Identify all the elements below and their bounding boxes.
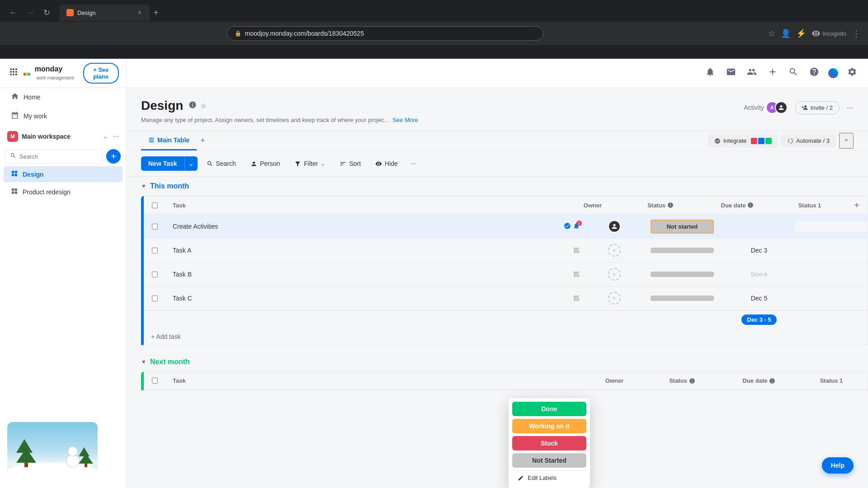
color-palette-icon[interactable] xyxy=(828,68,838,78)
board-icon-2 xyxy=(11,188,18,196)
owner-add-icon-2[interactable] xyxy=(608,244,621,257)
toolbar-more-btn[interactable]: ··· xyxy=(407,157,420,170)
status-badge-4[interactable] xyxy=(651,296,714,301)
owner-avatar-1[interactable] xyxy=(608,220,621,233)
row-status1-3 xyxy=(795,269,868,280)
timeline-badge[interactable]: Dec 3 - 5 xyxy=(741,314,776,325)
page-more-btn[interactable]: ··· xyxy=(847,103,854,113)
row-task-name-2[interactable]: Task A xyxy=(173,247,569,254)
tab-main-table[interactable]: Main Table xyxy=(141,131,197,150)
row-status-4[interactable] xyxy=(642,292,723,305)
status-option-working[interactable]: Working on it xyxy=(512,419,586,433)
favorites-icon[interactable]: ☆ xyxy=(768,28,775,38)
integrate-button[interactable]: Integrate xyxy=(708,134,778,147)
row-checkbox-input-1[interactable] xyxy=(152,224,158,230)
notifications-btn[interactable] xyxy=(703,65,717,81)
status-badge-3[interactable] xyxy=(651,272,714,277)
new-task-btn-group: New Task ⌄ xyxy=(141,156,198,171)
notify-icon[interactable]: 1 xyxy=(573,222,580,231)
info-icon[interactable] xyxy=(189,101,197,111)
status-option-stuck[interactable]: Stuck xyxy=(512,436,586,450)
status-badge-1[interactable]: Not started xyxy=(651,220,714,234)
sidebar-nav-my-work[interactable]: My work xyxy=(4,108,123,125)
sidebar-item-design[interactable]: Design xyxy=(4,166,123,182)
back-btn[interactable]: ← xyxy=(5,6,21,19)
owner-add-icon-4[interactable] xyxy=(608,292,621,305)
group-toggle-next-month[interactable]: ▼ xyxy=(141,359,146,365)
header-checkbox[interactable] xyxy=(152,202,158,208)
edit-labels-btn[interactable]: Edit Labels xyxy=(512,470,586,485)
workspace-more-icon[interactable]: ··· xyxy=(113,132,119,141)
reload-btn[interactable]: ↻ xyxy=(40,6,54,19)
status-badge-2[interactable] xyxy=(651,248,714,253)
check-circle-icon[interactable] xyxy=(564,222,571,231)
search-toolbar-btn[interactable]: Search xyxy=(201,157,241,170)
see-more-link[interactable]: See More xyxy=(392,117,418,123)
row-status1-1 xyxy=(795,221,868,232)
search-btn[interactable] xyxy=(787,65,800,81)
row-owner-2 xyxy=(587,239,642,262)
automate-button[interactable]: Automate / 3 xyxy=(781,134,835,147)
people-btn[interactable] xyxy=(745,65,759,81)
add-task-btn[interactable]: + Add task xyxy=(144,328,868,345)
row-status-3[interactable] xyxy=(642,268,723,281)
row-checkbox-input-3[interactable] xyxy=(152,272,158,277)
tab-close-btn[interactable]: × xyxy=(137,8,142,17)
invite-button[interactable]: Invite / 2 xyxy=(795,101,840,114)
add-view-btn[interactable]: + xyxy=(197,132,209,149)
hide-toolbar-btn[interactable]: Hide xyxy=(370,157,403,170)
new-task-button[interactable]: New Task xyxy=(141,156,184,171)
svg-rect-6 xyxy=(10,74,12,75)
row-task-name-4[interactable]: Task C xyxy=(173,295,569,302)
workspace-header[interactable]: M Main workspace ⌄ ··· xyxy=(0,126,126,147)
header2-status-col: Status xyxy=(642,372,723,389)
header2-checkbox[interactable] xyxy=(152,378,158,384)
add-apps-btn[interactable] xyxy=(766,65,779,81)
extensions-icon[interactable]: ⚡ xyxy=(796,28,806,38)
status-option-not-started[interactable]: Not Started xyxy=(512,453,586,468)
row-task-name-1[interactable]: Create Activities xyxy=(173,223,560,230)
address-bar[interactable]: 🔒 moodjoy.monday.com/boards/1830420525 xyxy=(227,26,543,41)
settings-btn[interactable] xyxy=(845,65,859,81)
group-toggle-this-month[interactable]: ▼ xyxy=(141,183,146,189)
row-checkbox-input-2[interactable] xyxy=(152,248,158,253)
owner-add-icon-3[interactable] xyxy=(608,268,621,281)
menu-icon[interactable]: ⋮ xyxy=(852,28,861,39)
new-task-dropdown-btn[interactable]: ⌄ xyxy=(184,156,198,171)
xmas-decoration xyxy=(0,415,126,488)
status-option-done[interactable]: Done xyxy=(512,402,586,416)
sidebar-item-product-redesign[interactable]: Product redesign xyxy=(4,184,123,200)
row-status-2[interactable] xyxy=(642,244,723,257)
row-status1-4 xyxy=(795,293,868,304)
incognito-label: Incognito xyxy=(822,30,846,37)
sort-toolbar-btn[interactable]: Sort xyxy=(334,157,366,170)
star-icon[interactable]: ☆ xyxy=(200,102,207,110)
see-plans-button[interactable]: + See plans xyxy=(83,63,119,84)
row-task-name-3[interactable]: Task B xyxy=(173,271,569,278)
sidebar-nav-home[interactable]: Home xyxy=(4,89,123,106)
activity-section[interactable]: Activity A xyxy=(744,101,788,114)
sidebar-add-btn[interactable]: + xyxy=(106,149,121,164)
svg-rect-4 xyxy=(13,71,14,72)
page-description: Manage any type of project. Assign owner… xyxy=(141,117,854,123)
filter-toolbar-btn[interactable]: Filter ⌄ xyxy=(289,157,330,170)
sidebar-search-input[interactable] xyxy=(5,150,103,164)
help-button[interactable]: Help xyxy=(822,457,854,474)
person-toolbar-btn[interactable]: Person xyxy=(245,157,285,170)
board-toolbar: New Task ⌄ Search Person Filter ⌄ xyxy=(127,151,868,177)
row-checkbox-input-4[interactable] xyxy=(152,296,158,301)
group-header-next-month: ▼ Next month xyxy=(127,352,868,371)
header-add-col[interactable] xyxy=(846,196,868,214)
app-logo-sub: work management xyxy=(37,75,74,80)
apps-grid-icon[interactable] xyxy=(9,67,18,79)
row-status-1[interactable]: Not started xyxy=(642,216,723,237)
profile-icon[interactable]: 👤 xyxy=(781,28,791,38)
inbox-btn[interactable] xyxy=(724,65,738,81)
app-top-header: monday work management + See plans xyxy=(0,59,868,88)
browser-tab[interactable]: Design × xyxy=(59,5,150,21)
my-work-label: My work xyxy=(24,113,47,120)
forward-btn[interactable]: → xyxy=(23,6,38,19)
help-btn[interactable] xyxy=(807,65,821,81)
new-tab-btn[interactable]: + xyxy=(153,8,159,18)
collapse-btn[interactable] xyxy=(839,133,854,149)
